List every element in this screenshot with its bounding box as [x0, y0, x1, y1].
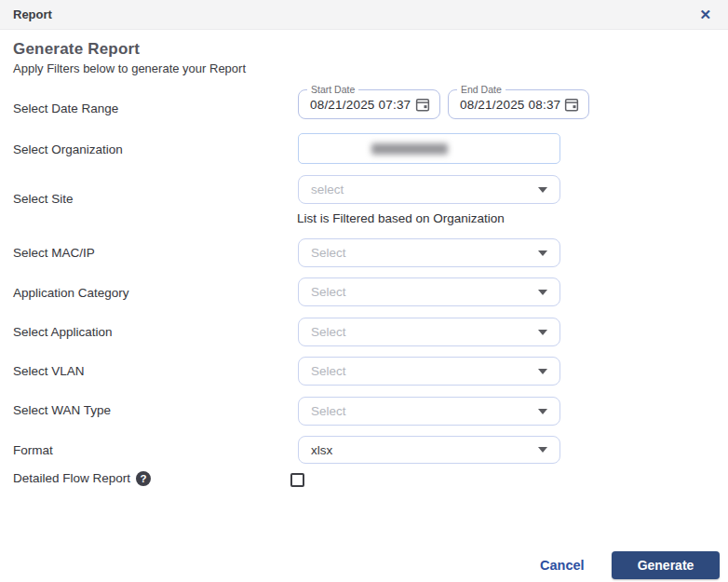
wan-type-select[interactable]: Select [298, 397, 560, 426]
chevron-down-icon [538, 187, 547, 193]
site-select-placeholder: select [311, 183, 344, 196]
mac-ip-select[interactable]: Select [298, 238, 560, 267]
end-date-value: 08/21/2025 08:37 [460, 98, 560, 112]
site-select[interactable]: select [298, 175, 560, 204]
organization-input[interactable] [298, 133, 560, 164]
label-site: Select Site [13, 192, 74, 207]
dialog-header-title: Report [13, 7, 52, 21]
detailed-flow-report-checkbox[interactable] [290, 473, 304, 487]
label-application: Select Application [13, 325, 113, 340]
application-select[interactable]: Select [298, 318, 560, 346]
close-icon[interactable]: ✕ [695, 6, 715, 23]
chevron-down-icon [538, 330, 547, 335]
dialog-header: Report ✕ [0, 0, 728, 30]
cancel-button[interactable]: Cancel [540, 558, 585, 573]
organization-redacted-value [371, 143, 448, 155]
vlan-select[interactable]: Select [298, 357, 560, 386]
chevron-down-icon [538, 369, 547, 374]
end-date-calendar-icon[interactable] [563, 96, 580, 113]
help-icon[interactable]: ? [136, 471, 151, 486]
page-subtitle: Apply Filters below to generate your Rep… [13, 61, 246, 75]
label-mac-ip: Select MAC/IP [13, 246, 95, 261]
end-date-field[interactable]: End Date 08/21/2025 08:37 [448, 89, 589, 119]
chevron-down-icon [538, 409, 547, 414]
label-format: Format [13, 443, 53, 458]
start-date-value: 08/21/2025 07:37 [310, 98, 411, 112]
label-date-range: Select Date Range [13, 102, 118, 116]
start-date-calendar-icon[interactable] [414, 96, 431, 113]
label-organization: Select Organization [13, 142, 123, 157]
application-category-placeholder: Select [311, 285, 346, 299]
label-detailed-flow-report: Detailed Flow Report ? [13, 471, 151, 486]
chevron-down-icon [538, 250, 547, 256]
application-select-placeholder: Select [311, 325, 346, 339]
format-select-value: xlsx [311, 443, 332, 457]
site-helper-text: List is Filtered based on Organization [297, 211, 505, 225]
vlan-select-placeholder: Select [311, 364, 346, 378]
start-date-label: Start Date [307, 84, 358, 95]
label-vlan: Select VLAN [13, 364, 85, 379]
application-category-select[interactable]: Select [298, 277, 560, 306]
detailed-flow-report-text: Detailed Flow Report [13, 471, 130, 486]
label-wan-type: Select WAN Type [13, 403, 111, 418]
generate-button[interactable]: Generate [612, 551, 720, 579]
end-date-label: End Date [457, 84, 506, 95]
chevron-down-icon [538, 290, 547, 295]
label-application-category: Application Category [13, 286, 129, 301]
generate-report-dialog: Report ✕ Generate Report Apply Filters b… [0, 0, 728, 582]
wan-type-select-placeholder: Select [311, 404, 346, 418]
chevron-down-icon [538, 447, 547, 453]
format-select[interactable]: xlsx [298, 436, 560, 464]
start-date-field[interactable]: Start Date 08/21/2025 07:37 [298, 89, 440, 119]
page-title: Generate Report [13, 40, 140, 59]
mac-ip-select-placeholder: Select [311, 246, 346, 260]
